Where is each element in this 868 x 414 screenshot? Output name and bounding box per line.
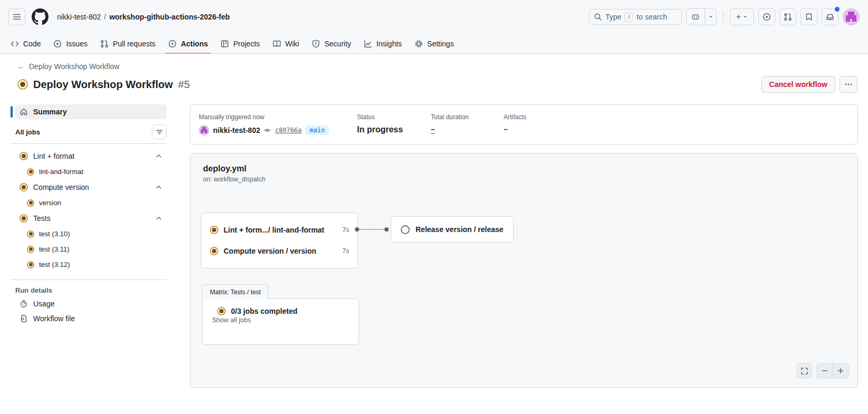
- branch-badge[interactable]: main: [305, 126, 329, 135]
- job-item-label: version: [39, 199, 61, 207]
- graph-job-lint-and-format[interactable]: Lint + form.../ lint-and-format 7s: [210, 219, 349, 240]
- job-item-version[interactable]: version: [11, 195, 167, 210]
- home-icon: [20, 108, 28, 116]
- search-input[interactable]: Type / to search: [589, 9, 682, 25]
- sidebar-item-usage[interactable]: Usage: [15, 296, 167, 311]
- in-progress-status-icon: [27, 246, 34, 253]
- job-item-label: test (3.11): [39, 245, 70, 253]
- in-progress-status-icon: [27, 168, 34, 176]
- job-group-lint-format[interactable]: Lint + format: [11, 148, 167, 164]
- graph-connector-dot: [384, 227, 389, 232]
- hamburger-menu-button[interactable]: [8, 8, 25, 25]
- job-item-test-312[interactable]: test (3.12): [11, 257, 167, 272]
- commit-link[interactable]: c80766a: [275, 127, 302, 134]
- job-item-lint-and-format[interactable]: lint-and-format: [11, 164, 167, 179]
- in-progress-status-icon: [27, 230, 34, 238]
- tab-label: Code: [23, 40, 41, 48]
- copilot-dropdown-button[interactable]: [705, 9, 716, 25]
- job-item-test-311[interactable]: test (3.11): [11, 242, 167, 257]
- github-logo-icon[interactable]: [32, 8, 49, 25]
- tab-label: Actions: [181, 40, 208, 48]
- tab-insights[interactable]: Insights: [358, 34, 408, 53]
- show-all-jobs-link[interactable]: Show all jobs: [212, 316, 251, 324]
- workflow-graph-card: deploy.yml on: workflow_dispatch Lint + …: [190, 153, 858, 388]
- graph-job-release[interactable]: Release version / release: [391, 216, 514, 243]
- plus-icon: +: [736, 13, 741, 21]
- chevron-down-icon: [742, 14, 748, 20]
- breadcrumb-repo-link[interactable]: workshop-github-actions-2026-feb: [109, 13, 230, 21]
- tab-projects[interactable]: Projects: [214, 34, 266, 53]
- sidebar-divider: [11, 143, 167, 144]
- chevron-down-icon: [708, 14, 713, 20]
- chevron-up-icon[interactable]: [155, 152, 162, 160]
- project-board-icon: [220, 40, 229, 48]
- all-jobs-label: All jobs: [15, 128, 40, 136]
- status-value: In progress: [357, 125, 431, 134]
- job-item-test-310[interactable]: test (3.10): [11, 226, 167, 242]
- breadcrumb-owner-link[interactable]: nikki-test-802: [57, 13, 101, 21]
- zoom-out-button[interactable]: [817, 363, 833, 378]
- run-summary-card: Manually triggered now nikki-test-802 c8…: [190, 104, 858, 145]
- in-progress-status-icon: [217, 307, 226, 315]
- tab-issues[interactable]: Issues: [47, 34, 93, 53]
- pull-requests-header-button[interactable]: [779, 8, 796, 25]
- graph-job-compute-version[interactable]: Compute version / version 7s: [210, 240, 349, 262]
- tab-actions[interactable]: Actions: [162, 34, 214, 53]
- run-number: #5: [178, 79, 190, 91]
- fullscreen-button[interactable]: [796, 363, 812, 379]
- tab-wiki[interactable]: Wiki: [266, 34, 305, 53]
- tab-pull-requests[interactable]: Pull requests: [94, 34, 162, 53]
- gear-icon: [414, 40, 423, 48]
- kebab-menu-button[interactable]: [840, 76, 857, 93]
- back-to-workflow-link[interactable]: ← Deploy Workshop Workflow: [17, 62, 119, 71]
- inbox-button[interactable]: [822, 8, 838, 25]
- workflow-file-name: deploy.yml: [203, 164, 845, 174]
- issues-header-button[interactable]: [758, 8, 775, 25]
- in-progress-status-icon: [17, 79, 28, 90]
- duration-value: –: [431, 125, 435, 134]
- trigger-detail-row: nikki-test-802 c80766a main: [199, 125, 357, 136]
- play-circle-icon: [168, 40, 177, 48]
- create-new-button[interactable]: +: [730, 8, 754, 25]
- tab-code[interactable]: Code: [4, 34, 47, 53]
- run-page-header: ← Deploy Workshop Workflow Deploy Worksh…: [0, 54, 868, 97]
- fullscreen-icon: [801, 367, 808, 375]
- job-group-compute-version[interactable]: Compute version: [11, 179, 167, 195]
- in-progress-status-icon: [20, 152, 28, 160]
- graph-job-duration: 7s: [342, 247, 349, 255]
- user-avatar[interactable]: [843, 8, 860, 25]
- unread-notification-dot: [835, 7, 840, 12]
- git-pull-request-icon: [784, 13, 792, 21]
- sidebar-item-summary[interactable]: Summary: [15, 104, 167, 119]
- zoom-in-button[interactable]: [833, 363, 848, 378]
- code-icon: [11, 40, 19, 48]
- chevron-up-icon[interactable]: [155, 215, 162, 222]
- issue-opened-icon: [763, 13, 771, 21]
- chevron-up-icon[interactable]: [155, 184, 162, 191]
- tab-label: Insights: [377, 40, 402, 48]
- tab-settings[interactable]: Settings: [408, 34, 460, 53]
- summary-item-wrap: Summary: [11, 104, 167, 119]
- tab-security[interactable]: Security: [305, 34, 358, 53]
- cancel-workflow-button[interactable]: Cancel workflow: [761, 76, 835, 93]
- book-icon: [273, 40, 281, 48]
- sidebar-item-workflow-file[interactable]: Workflow file: [15, 311, 167, 326]
- git-pull-request-icon: [100, 40, 109, 48]
- filter-jobs-button[interactable]: [152, 124, 167, 139]
- workflow-trigger: on: workflow_dispatch: [203, 176, 845, 183]
- tab-label: Wiki: [285, 40, 299, 48]
- job-group-tests[interactable]: Tests: [11, 210, 167, 226]
- run-sidebar: Summary All jobs Lint + format lint-and-…: [11, 104, 167, 388]
- actor-avatar[interactable]: [199, 125, 209, 136]
- usage-label: Usage: [33, 300, 54, 308]
- workflow-file-label: Workflow file: [33, 314, 75, 323]
- bookmark-header-button[interactable]: [801, 8, 817, 25]
- copilot-button[interactable]: [687, 9, 705, 25]
- actor-login[interactable]: nikki-test-802: [213, 126, 260, 134]
- status-column: Status In progress: [357, 113, 431, 136]
- shield-icon: [312, 40, 320, 48]
- issue-opened-icon: [53, 40, 62, 48]
- artifacts-label: Artifacts: [504, 113, 526, 121]
- graph-connector-dot: [355, 227, 359, 232]
- job-item-label: test (3.10): [39, 230, 70, 238]
